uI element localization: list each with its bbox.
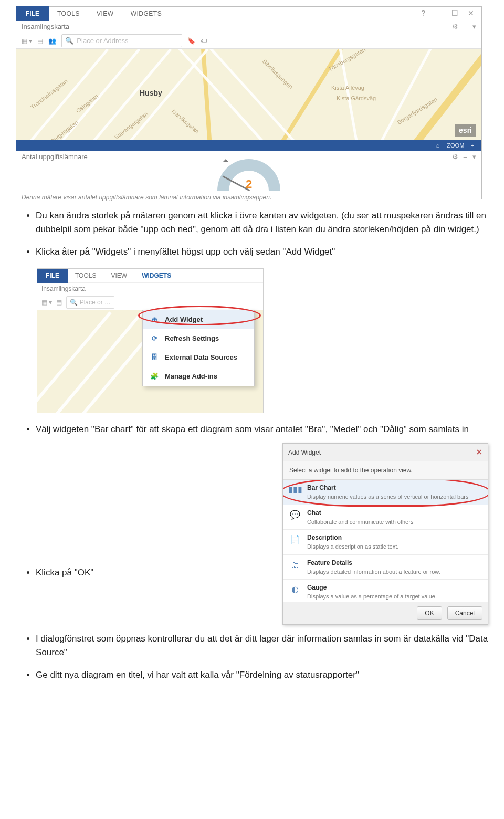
menu-file[interactable]: FILE xyxy=(37,268,68,283)
menu-tools[interactable]: TOOLS xyxy=(49,6,88,21)
layers-icon[interactable]: ▤ xyxy=(37,36,43,46)
chat-icon: 💬 xyxy=(288,508,302,522)
esri-logo: esri xyxy=(455,124,476,137)
tag-icon[interactable]: 🏷 xyxy=(201,36,207,46)
feature-details-icon: 🗂 xyxy=(288,558,302,572)
panel-title: Insamlingskarta xyxy=(22,22,69,32)
doc-bullet: Klicka på "OK" xyxy=(36,566,269,580)
search-icon: 🔍 xyxy=(65,36,74,46)
search-input[interactable]: 🔍 Place or … xyxy=(66,296,114,309)
dropdown-label: Manage Add-ins xyxy=(165,371,217,382)
widgets-dropdown: ⊕ Add Widget ⟳ Refresh Settings 🗄 Extern… xyxy=(142,310,255,386)
widget-option-title: Chat xyxy=(307,508,413,518)
gauge-icon: ◐ xyxy=(288,583,302,596)
close-icon[interactable]: ✕ xyxy=(476,447,482,458)
widget-option-description[interactable]: 📄 Description Displays a description as … xyxy=(283,530,488,555)
dialog-title: Add Widget xyxy=(288,448,321,457)
dialog-subtitle: Select a widget to add to the operation … xyxy=(283,461,488,480)
refresh-icon: ⟳ xyxy=(149,333,160,344)
panel-title-bar: Insamlingskarta ⚙ – ▾ xyxy=(16,20,481,33)
cancel-button[interactable]: Cancel xyxy=(447,606,482,620)
gauge-widget: 2 xyxy=(16,163,481,191)
search-placeholder: Place or Address xyxy=(77,36,128,46)
map-canvas[interactable]: Husby Trondheimsgatan Oslogatan Bergenga… xyxy=(16,49,481,140)
dropdown-item-add-widget[interactable]: ⊕ Add Widget xyxy=(143,310,254,329)
people-icon[interactable]: 👥 xyxy=(48,36,56,46)
street-label: Trondheimsgatan xyxy=(29,77,69,111)
map-toolbar: ▦ ▾ ▤ 🔍 Place or … xyxy=(37,295,263,310)
widget-option-desc: Display numeric values as a series of ve… xyxy=(307,492,469,501)
dialog-footer: OK Cancel xyxy=(283,602,488,624)
gauge-caption: Denna mätare visar antalet uppgiftslämna… xyxy=(16,191,481,205)
widget-type-list: ▮▮▮ Bar Chart Display numeric values as … xyxy=(283,480,488,602)
menu-tools[interactable]: TOOLS xyxy=(68,268,103,283)
menubar: FILE TOOLS VIEW WIDGETS ? — ☐ ✕ xyxy=(16,7,481,20)
home-icon[interactable]: ⌂ xyxy=(436,141,440,150)
gauge-value: 2 xyxy=(246,175,252,193)
layers-icon[interactable]: ▤ xyxy=(56,298,62,307)
panel-title: Insamlingskarta xyxy=(37,282,263,295)
widget-option-desc: Collaborate and communicate with others xyxy=(307,518,413,527)
doc-bullet: Klicka åter på "Widgets" i menyfältet hö… xyxy=(36,245,488,259)
close-icon[interactable]: ✕ xyxy=(468,8,474,19)
doc-bullet: Du kan ändra storlek på mätaren genom at… xyxy=(36,209,488,236)
layout-icon[interactable]: ▦ ▾ xyxy=(41,298,52,307)
dropdown-item-refresh[interactable]: ⟳ Refresh Settings xyxy=(143,329,254,348)
gear-icon[interactable]: ⚙ xyxy=(452,22,458,32)
minus-icon[interactable]: – xyxy=(464,22,467,32)
search-input[interactable]: 🔍 Place or Address xyxy=(61,34,182,48)
data-sources-icon: 🗄 xyxy=(149,352,160,363)
menu-file[interactable]: FILE xyxy=(16,6,49,21)
bookmark-icon[interactable]: 🔖 xyxy=(187,36,195,46)
map-label-husby: Husby xyxy=(140,88,162,99)
dropdown-label: Add Widget xyxy=(165,314,203,325)
screenshot-widgets-menu: FILE TOOLS VIEW WIDGETS Insamlingskarta … xyxy=(37,268,264,413)
menubar: FILE TOOLS VIEW WIDGETS xyxy=(37,269,263,282)
widget-option-feature-details[interactable]: 🗂 Feature Details Displays detailed info… xyxy=(283,555,488,580)
dropdown-label: External Data Sources xyxy=(165,352,237,363)
screenshot-main-app: FILE TOOLS VIEW WIDGETS ? — ☐ ✕ Insamlin… xyxy=(16,6,482,200)
bar-chart-icon: ▮▮▮ xyxy=(288,483,302,497)
widget-option-title: Description xyxy=(307,533,398,542)
minimize-icon[interactable]: — xyxy=(435,8,442,19)
chevron-down-icon[interactable]: ▾ xyxy=(472,152,476,162)
dropdown-item-external-data[interactable]: 🗄 External Data Sources xyxy=(143,348,254,367)
addins-icon: 🧩 xyxy=(149,371,160,382)
street-label: Narviksgatan xyxy=(170,107,201,135)
maximize-icon[interactable]: ☐ xyxy=(452,8,458,19)
menu-widgets[interactable]: WIDGETS xyxy=(134,268,178,283)
chevron-down-icon[interactable]: ▾ xyxy=(472,22,476,32)
street-label: Kista Gårdsväg xyxy=(337,94,376,103)
street-label: Sibeliusgången xyxy=(260,57,295,91)
menu-view[interactable]: VIEW xyxy=(88,6,122,21)
street-label: Kista Alléväg xyxy=(331,83,364,92)
widget-option-desc: Displays detailed information about a fe… xyxy=(307,568,440,576)
widget-option-gauge[interactable]: ◐ Gauge Displays a value as a percentage… xyxy=(283,580,488,602)
layout-icon[interactable]: ▦ ▾ xyxy=(22,36,32,46)
widget-option-bar-chart[interactable]: ▮▮▮ Bar Chart Display numeric values as … xyxy=(283,480,488,505)
street-label: Bergengatan xyxy=(49,118,80,140)
widget-option-title: Feature Details xyxy=(307,558,440,568)
ok-button[interactable]: OK xyxy=(417,606,442,620)
dropdown-item-manage-addins[interactable]: 🧩 Manage Add-ins xyxy=(143,367,254,386)
map-toolbar: ▦ ▾ ▤ 👥 🔍 Place or Address 🔖 🏷 xyxy=(16,33,481,49)
gear-icon[interactable]: ⚙ xyxy=(452,152,458,162)
plus-circle-icon: ⊕ xyxy=(149,314,160,325)
minus-icon[interactable]: – xyxy=(464,152,467,162)
search-placeholder: Place or … xyxy=(80,299,111,306)
menu-widgets[interactable]: WIDGETS xyxy=(122,6,171,21)
dialog-titlebar: Add Widget ✕ xyxy=(283,444,488,461)
dropdown-label: Refresh Settings xyxy=(165,333,219,344)
widget-option-chat[interactable]: 💬 Chat Collaborate and communicate with … xyxy=(283,505,488,530)
screenshot-add-widget-dialog: Add Widget ✕ Select a widget to add to t… xyxy=(282,443,488,625)
widget-option-desc: Displays a value as a percentage of a ta… xyxy=(307,592,437,601)
doc-bullet: Ge ditt nya diagram en titel, vi har val… xyxy=(36,668,488,682)
widget-option-title: Bar Chart xyxy=(307,483,469,492)
zoom-control[interactable]: ZOOM – + xyxy=(447,141,474,150)
gauge-panel-title: Antal uppgiftslämnare xyxy=(22,152,88,162)
menu-view[interactable]: VIEW xyxy=(103,268,134,283)
description-icon: 📄 xyxy=(288,533,302,547)
help-icon[interactable]: ? xyxy=(421,8,425,19)
widget-option-title: Gauge xyxy=(307,583,437,592)
widget-option-desc: Displays a description as static text. xyxy=(307,542,398,551)
